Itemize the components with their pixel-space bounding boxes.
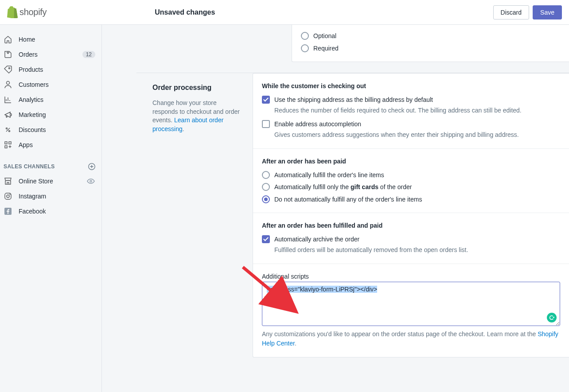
option-auto-archive[interactable]: Automatically archive the order Fulfille… [262,235,560,254]
svg-point-10 [7,195,9,198]
products-icon [4,65,12,74]
option-label: Use the shipping address as the billing … [274,96,560,105]
sidebar-item-apps[interactable]: Apps [0,137,101,152]
option-fulfill-none[interactable]: Do not automatically fulfill any of the … [262,195,560,204]
sidebar-item-label: Online Store [19,178,80,185]
option-label: Automatically fulfill the order's line i… [274,171,560,180]
radio-checked-icon[interactable] [262,195,270,203]
option-help: Gives customers address suggestions when… [274,131,560,140]
section-title: Order processing [152,84,244,92]
subsection-title: While the customer is checking out [262,82,560,89]
facebook-icon [4,207,12,216]
sidebar-item-facebook[interactable]: Facebook [0,204,101,219]
sidebar-item-label: Home [19,36,95,43]
checkout-subsection: While the customer is checking out Use t… [253,74,569,148]
sidebar-item-label: Orders [19,51,76,58]
svg-rect-4 [5,142,7,144]
option-required[interactable]: Required [301,44,560,53]
option-label: Automatically fulfill only the gift card… [274,183,560,192]
radio-unchecked-icon[interactable] [262,171,270,179]
desc-text: . [183,125,184,132]
sidebar-item-analytics[interactable]: Analytics [0,92,101,107]
sidebar-item-label: Facebook [19,208,95,215]
grammarly-icon[interactable] [547,313,557,322]
sidebar-item-online-store[interactable]: Online Store [0,174,101,189]
sidebar-item-customers[interactable]: Customers [0,77,101,92]
svg-point-0 [9,68,10,69]
discounts-icon [4,125,12,134]
subsection-title: After an order has been fulfilled and pa… [262,222,560,229]
radio-unchecked-icon[interactable] [301,44,309,52]
logo-text: shopify [19,7,47,17]
sidebar-item-instagram[interactable]: Instagram [0,189,101,204]
option-fulfill-gift-cards[interactable]: Automatically fulfill only the gift card… [262,183,560,192]
orders-icon [4,50,12,59]
marketing-icon [4,110,12,119]
section-description: Change how your store responds to checko… [152,99,244,133]
view-store-icon[interactable] [86,177,95,186]
additional-scripts-help: Any customizations you'd like to appear … [262,330,560,348]
scripts-subsection: Additional scripts <div class="klaviyo-f… [253,264,569,357]
checkbox-checked-icon[interactable] [262,235,270,243]
apps-icon [4,140,12,149]
sales-channels-heading: SALES CHANNELS [0,152,101,174]
sidebar-item-home[interactable]: Home [0,32,101,47]
add-channel-button[interactable] [87,162,96,171]
option-label: Automatically archive the order [274,235,560,244]
svg-rect-5 [9,142,11,144]
sidebar-item-products[interactable]: Products [0,62,101,77]
customers-icon [4,80,12,89]
save-button[interactable]: Save [533,5,562,19]
additional-scripts-textarea[interactable]: <div class="klaviyo-form-LiPRSj"></div> [262,282,560,326]
svg-point-8 [90,180,92,182]
sidebar-item-label: Instagram [19,193,95,200]
home-icon [4,35,12,44]
additional-scripts-label: Additional scripts [262,273,560,280]
main-content: Optional Required Order processing Chang… [102,25,569,392]
sidebar-item-orders[interactable]: Orders 12 [0,47,101,62]
analytics-icon [4,95,12,104]
radio-unchecked-icon[interactable] [262,183,270,191]
prior-section-card-bottom: Optional Required [292,25,569,62]
option-label: Required [313,44,560,53]
discard-button[interactable]: Discard [493,5,529,19]
sidebar-item-label: Discounts [19,126,95,133]
paid-subsection: After an order has been paid Automatical… [253,149,569,213]
sidebar-item-label: Analytics [19,96,95,103]
unsaved-changes-label: Unsaved changes [155,8,215,16]
sidebar-item-discounts[interactable]: Discounts [0,122,101,137]
online-store-icon [4,177,12,186]
topbar: shopify Unsaved changes Discard Save [0,0,569,25]
option-shipping-as-billing[interactable]: Use the shipping address as the billing … [262,96,560,115]
sidebar-item-marketing[interactable]: Marketing [0,107,101,122]
instagram-icon [4,192,12,201]
option-address-autocomplete[interactable]: Enable address autocompletion Gives cust… [262,120,560,139]
option-label: Optional [313,32,560,41]
order-processing-desc: Order processing Change how your store r… [102,73,253,357]
option-optional[interactable]: Optional [301,32,560,41]
sales-channels-label: SALES CHANNELS [4,163,55,170]
sidebar-item-label: Apps [19,141,95,148]
option-fulfill-all[interactable]: Automatically fulfill the order's line i… [262,171,560,180]
radio-unchecked-icon[interactable] [301,32,309,40]
svg-rect-6 [5,146,7,148]
option-help: Reduces the number of fields required to… [274,106,560,115]
checkbox-unchecked-icon[interactable] [262,120,270,128]
option-label: Do not automatically fulfill any of the … [274,195,560,204]
sidebar: Home Orders 12 Products Customers Analyt… [0,25,102,392]
svg-point-11 [10,194,10,194]
sidebar-item-label: Marketing [19,111,95,118]
topbar-actions: Discard Save [493,5,562,19]
sidebar-item-label: Customers [19,81,95,88]
orders-badge: 12 [82,51,95,58]
option-label: Enable address autocompletion [274,120,560,129]
fulfilled-subsection: After an order has been fulfilled and pa… [253,213,569,264]
checkbox-checked-icon[interactable] [262,96,270,104]
option-help: Fulfilled orders will be automatically r… [274,246,560,255]
sidebar-item-label: Products [19,66,95,73]
svg-point-1 [7,82,10,85]
shopify-logo[interactable]: shopify [7,6,47,18]
order-processing-card: While the customer is checking out Use t… [253,73,569,357]
subsection-title: After an order has been paid [262,158,560,165]
shopify-bag-icon [7,6,18,18]
